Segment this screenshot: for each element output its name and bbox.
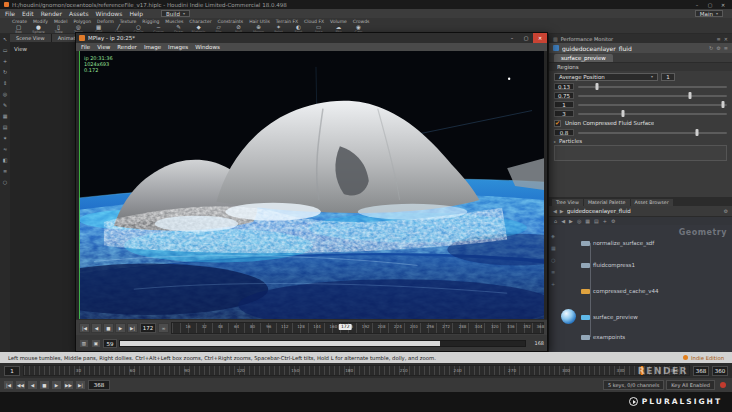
toolbar-icon[interactable]: ○ xyxy=(3,179,7,185)
checkbox[interactable]: ✔ xyxy=(554,120,561,127)
end-frame-field[interactable]: 368 xyxy=(693,366,709,376)
toolbar-icon[interactable]: ◧ xyxy=(3,157,8,163)
network-tool-icon[interactable]: ▤ xyxy=(594,218,599,224)
shelf-tab[interactable]: Model xyxy=(54,19,68,24)
pane-tab[interactable]: Tree View xyxy=(552,199,583,206)
desktop-selector[interactable]: Build▾ xyxy=(161,10,190,17)
network-node[interactable]: surface_preview xyxy=(581,313,638,321)
network-tool-icon[interactable]: ◎ xyxy=(577,218,581,224)
mplay-playhead[interactable]: 172 xyxy=(339,324,352,330)
network-node[interactable]: normalize_surface_sdf xyxy=(581,239,654,247)
particles-header[interactable]: ▸Particles xyxy=(549,137,732,145)
menu-item[interactable]: Help xyxy=(129,10,143,17)
shelf-tool[interactable]: ▯Tube xyxy=(50,25,67,34)
shelf-tool[interactable]: ●Sphere xyxy=(30,25,47,34)
close-icon[interactable]: ✕ xyxy=(724,36,728,42)
value-field[interactable]: 0.8 xyxy=(554,129,574,136)
side-tool-icon[interactable]: ≡ xyxy=(551,269,556,275)
menu-item[interactable]: Edit xyxy=(22,10,34,17)
network-tool-icon[interactable]: ⌂ xyxy=(554,218,557,224)
transport-button[interactable]: ▶▶ xyxy=(63,380,74,390)
param-tool-icon[interactable]: ≡ xyxy=(724,45,728,51)
shelf-tab[interactable]: Create xyxy=(12,19,27,24)
fps-field[interactable]: 59 xyxy=(103,339,117,348)
transport-button[interactable]: ▶ xyxy=(51,380,62,390)
shelf-tab[interactable]: Character xyxy=(189,19,211,24)
shelf-tab[interactable]: Polygon xyxy=(73,19,91,24)
network-tool-icon[interactable]: ▶ xyxy=(569,218,573,224)
slider-track[interactable] xyxy=(578,95,727,97)
pane-tab[interactable]: Asset Browser xyxy=(631,199,673,206)
network-tool-icon[interactable]: + xyxy=(603,218,607,224)
transport-button[interactable]: |◀ xyxy=(3,380,14,390)
shelf-tab[interactable]: Texture xyxy=(120,19,136,24)
menu-item[interactable]: Images xyxy=(168,44,188,50)
menu-item[interactable]: Windows xyxy=(96,10,123,17)
network-tool-icon[interactable]: ⚙ xyxy=(611,218,615,224)
tab-surface-preview[interactable]: surface_preview xyxy=(554,54,613,62)
network-node[interactable]: fluidcompress1 xyxy=(581,261,635,269)
key-all-button[interactable]: Key All Enabled xyxy=(666,380,715,390)
menu-item[interactable]: Image xyxy=(144,44,161,50)
param-tool-icon[interactable]: ↻ xyxy=(709,45,713,51)
pane-tab[interactable]: Material Palette xyxy=(584,199,630,206)
pane-tab-performance-monitor[interactable]: Performance Monitor xyxy=(561,36,613,42)
transport-button[interactable]: ▶| xyxy=(75,380,86,390)
forward-icon[interactable]: ▶ xyxy=(560,208,564,214)
start-frame-field[interactable]: 1 xyxy=(4,366,20,376)
toggle-button[interactable]: ▥ xyxy=(79,339,89,348)
menu-icon[interactable]: ≡ xyxy=(717,36,721,42)
close-button[interactable]: ✕ xyxy=(718,2,728,8)
menu-item[interactable]: Windows xyxy=(195,44,220,50)
network-editor[interactable]: Geometry ◈▦○≡+ normalize_surface_sdf flu… xyxy=(549,225,732,352)
menu-item[interactable]: Render xyxy=(41,10,62,17)
shelf-tab[interactable]: Cloud FX xyxy=(304,19,324,24)
toolbar-icon[interactable]: ⇕ xyxy=(3,80,7,86)
slider-handle[interactable] xyxy=(621,110,624,117)
menu-item[interactable]: Assets xyxy=(69,10,89,17)
param-tool-icon[interactable]: ⚙ xyxy=(716,45,720,51)
shelf-tab[interactable]: Deform xyxy=(97,19,114,24)
toolbar-icon[interactable]: ✎ xyxy=(3,102,7,108)
menu-item[interactable]: File xyxy=(81,44,90,50)
side-tool-icon[interactable]: ◈ xyxy=(551,233,556,239)
slider-handle[interactable] xyxy=(696,129,699,136)
mplay-window[interactable]: MPlay - ip 20:25* – ▢ ✕ FileViewRenderIm… xyxy=(75,32,548,352)
slider-track[interactable] xyxy=(578,104,727,106)
render-image[interactable]: ip 20:31:361024x6930.172 xyxy=(79,51,544,319)
network-node[interactable]: exampoints xyxy=(581,333,625,341)
toolbar-icon[interactable]: ≡ xyxy=(3,168,7,174)
frame-field[interactable]: 172 xyxy=(140,323,156,333)
toolbar-icon[interactable]: ◎ xyxy=(3,91,7,97)
shelf-tab[interactable]: Constraints xyxy=(218,19,244,24)
back-icon[interactable]: ◀ xyxy=(553,208,557,214)
shelf-tab[interactable]: Hair Utils xyxy=(249,19,270,24)
value-field[interactable]: 0.75 xyxy=(554,92,574,99)
transport-button[interactable]: ◀ xyxy=(27,380,38,390)
network-node[interactable]: compressed_cache_v44 xyxy=(581,287,658,295)
average-position-dropdown[interactable]: Average Position▾ xyxy=(554,73,658,81)
autokey-indicator[interactable] xyxy=(720,382,726,388)
range-end-field[interactable]: 360 xyxy=(712,366,728,376)
transport-button[interactable]: ▶ xyxy=(115,323,126,333)
network-tool-icon[interactable]: ▦ xyxy=(585,218,590,224)
radial-menu-selector[interactable]: Main▾ xyxy=(695,10,723,17)
shelf-tab[interactable]: Rigging xyxy=(142,19,159,24)
toolbar-icon[interactable]: ✶ xyxy=(3,135,7,141)
close-button[interactable]: ✕ xyxy=(533,33,547,43)
maximize-button[interactable]: ▢ xyxy=(519,33,533,43)
slider-handle[interactable] xyxy=(721,101,724,108)
network-path[interactable]: guidedoceanlayer_fluid xyxy=(567,208,721,214)
toolbar-icon[interactable]: ▦ xyxy=(3,113,8,119)
shelf-tab[interactable]: Modify xyxy=(33,19,48,24)
toolbar-icon[interactable]: ↖ xyxy=(3,36,7,42)
minimize-button[interactable]: – xyxy=(505,33,519,43)
shelf-tool[interactable]: ▢Box xyxy=(10,25,27,34)
shelf-tab[interactable]: Crowds xyxy=(353,19,370,24)
toolbar-icon[interactable]: ▤ xyxy=(3,124,8,130)
network-tool-icon[interactable]: ◀ xyxy=(561,218,565,224)
toolbar-icon[interactable]: ▭ xyxy=(3,47,8,53)
slider-track[interactable] xyxy=(578,113,727,115)
menu-item[interactable]: File xyxy=(5,10,15,17)
menu-item[interactable]: View xyxy=(97,44,110,50)
